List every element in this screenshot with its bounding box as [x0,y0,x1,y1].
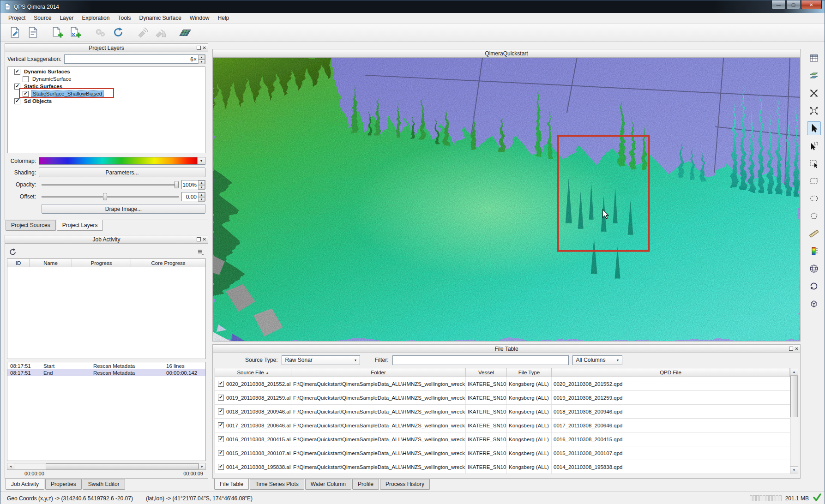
tab-project-sources[interactable]: Project Sources [6,220,56,231]
menu-help[interactable]: Help [214,13,234,23]
vertical-exaggeration-spinbox[interactable]: 6× ▲▼ [64,54,205,64]
opacity-slider[interactable] [41,180,180,189]
file-checkbox[interactable] [218,422,224,428]
drape-image-button[interactable]: Drape Image... [42,204,205,214]
menu-dynamic-surface[interactable]: Dynamic Surface [135,13,185,23]
spin-down-icon[interactable]: ▼ [198,197,205,202]
tree-item-dynamic-surfaces[interactable]: Dynamic Surfaces [8,68,205,75]
tab-job-activity[interactable]: Job Activity [6,479,44,490]
menu-source[interactable]: Source [30,13,55,23]
new-project-button[interactable] [7,25,24,40]
file-table-row[interactable]: 0018_20110308_200946.all F:\QimeraQuicks… [215,405,798,419]
float-panel-button[interactable] [789,347,793,351]
spin-up-icon[interactable]: ▲ [198,180,205,185]
tree-item-static-surfaces[interactable]: Static Surfaces [8,83,205,90]
column-name[interactable]: Name [30,259,72,267]
colormap-swatch[interactable] [39,157,198,165]
shading-parameters-button[interactable]: Parameters... [39,168,205,177]
scene-header[interactable]: QimeraQuickstart [213,49,800,58]
tab-swath-editor[interactable]: Swath Editor [83,479,125,490]
rotate-view-icon[interactable] [807,279,821,293]
close-button[interactable]: ✕ [801,0,822,9]
menu-tools[interactable]: Tools [114,13,135,23]
spin-down-icon[interactable]: ▼ [198,185,205,190]
offset-spinbox[interactable]: 0.00 ▲▼ [181,192,205,201]
menu-layer[interactable]: Layer [55,13,78,23]
scroll-down-icon[interactable]: ▼ [790,466,798,474]
refresh-button[interactable] [110,25,126,40]
column-progress[interactable]: Progress [72,259,131,267]
rectangle-select-icon[interactable] [807,174,821,188]
menu-exploration[interactable]: Exploration [78,13,114,23]
job-table[interactable]: ID Name Progress Core Progress [7,258,206,359]
spin-up-icon[interactable]: ▲ [198,55,205,60]
layer-checkbox[interactable] [23,76,29,82]
log-row[interactable]: 08:17:51 Start Rescan Metadata 16 lines [7,362,205,369]
layer-checkbox[interactable] [23,91,29,97]
open-project-button[interactable] [25,25,42,40]
file-checkbox[interactable] [218,408,224,414]
add-raw-sonar-files-button[interactable] [49,25,66,40]
table-view-icon[interactable] [807,51,821,65]
spin-down-icon[interactable]: ▼ [198,60,205,64]
zoom-extents-icon[interactable] [807,86,821,100]
layer-checkbox[interactable] [14,69,20,75]
grid-sphere-icon[interactable] [807,262,821,276]
file-table-row[interactable]: 0016_20110308_200415.all F:\QimeraQuicks… [215,432,798,446]
tab-profile[interactable]: Profile [352,479,379,490]
menu-project[interactable]: Project [4,13,30,23]
log-horizontal-scrollbar[interactable]: ◄ ► [7,463,206,470]
3d-view[interactable] [213,58,800,341]
tab-time-series-plots[interactable]: Time Series Plots [250,479,304,490]
file-checkbox[interactable] [218,436,224,442]
tab-water-column[interactable]: Water Column [305,479,351,490]
tab-properties[interactable]: Properties [45,479,82,490]
tree-item-sd-objects[interactable]: Sd Objects [8,97,205,105]
file-checkbox[interactable] [218,381,224,387]
file-table-vertical-scrollbar[interactable]: ▲ ▼ [790,368,798,474]
float-panel-button[interactable] [197,237,201,241]
filter-input[interactable] [392,355,569,365]
offset-slider[interactable] [41,192,180,201]
file-table-row[interactable]: 0014_20110308_195838.all F:\QimeraQuicks… [215,460,798,474]
job-activity-header[interactable]: Job Activity ✕ [5,235,208,244]
tree-item-staticsurface-shallowbiased[interactable]: StaticSurface_ShallowBiased [8,90,205,97]
colormap-dropdown-arrow-icon[interactable]: ▾ [198,157,205,165]
file-table-row[interactable]: 0019_20110308_201259.all F:\QimeraQuicks… [215,391,798,405]
scrollbar-thumb[interactable] [46,463,199,469]
minimize-button[interactable]: — [771,0,786,9]
column-qpd-file[interactable]: QPD File [552,368,790,377]
layer-checkbox[interactable] [14,98,20,104]
source-type-dropdown[interactable]: Raw Sonar ▾ [282,355,360,365]
surface-layers-icon[interactable] [807,69,821,83]
file-table-row[interactable]: 0020_20110308_201552.all F:\QimeraQuicks… [215,377,798,391]
log-row[interactable]: 08:17:51 End Rescan Metadata 00:00:00.14… [7,369,205,376]
project-layers-header[interactable]: Project Layers ✕ [5,44,208,52]
file-table-row[interactable]: 0017_20110308_200646.all F:\QimeraQuicks… [215,419,798,432]
column-file-type[interactable]: File Type [507,368,552,377]
job-log[interactable]: 08:17:51 Start Rescan Metadata 16 lines … [7,362,206,461]
bathymetry-scene[interactable] [213,58,800,341]
opacity-slider-handle[interactable] [175,181,179,188]
rectangle-select-cursor-icon[interactable] [807,156,821,170]
colormap-ramp-icon[interactable] [807,244,821,258]
close-panel-button[interactable]: ✕ [203,236,206,242]
tab-project-layers[interactable]: Project Layers [57,220,103,231]
column-vessel[interactable]: Vessel [466,368,507,377]
column-id[interactable]: ID [7,259,30,267]
measure-ruler-icon[interactable] [807,227,821,240]
view-3d-cube-icon[interactable] [807,297,821,311]
tree-item-dynamicsurface[interactable]: DynamicSurface [8,75,205,83]
scroll-right-icon[interactable]: ► [199,463,205,469]
column-source-file[interactable]: Source File ▲ [215,368,291,377]
title-bar[interactable]: QPS Qimera 2014 — ▢ ✕ [0,0,825,13]
tab-process-history[interactable]: Process History [380,479,430,490]
columns-dropdown[interactable]: All Columns ▾ [572,355,622,365]
dynamic-surface-tool-button[interactable] [177,25,193,40]
file-table-row[interactable]: 0015_20110308_200107.all F:\QimeraQuicks… [215,446,798,460]
scroll-left-icon[interactable]: ◄ [7,463,14,469]
pick-object-icon[interactable] [807,139,821,153]
zoom-selection-icon[interactable] [807,104,821,118]
layer-checkbox[interactable] [14,84,20,90]
add-processed-files-button[interactable] [67,25,84,40]
